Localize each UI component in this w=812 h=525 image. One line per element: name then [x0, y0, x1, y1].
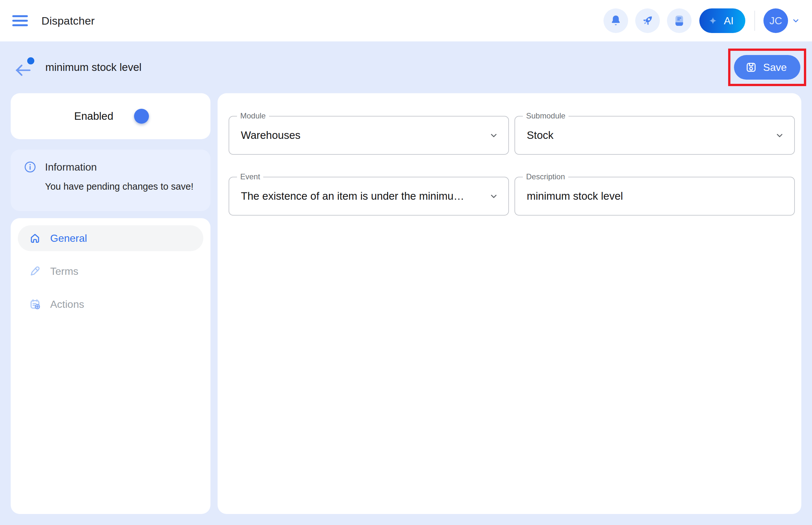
sidebar: Enabled Information You have pending cha…: [11, 93, 210, 514]
menu-icon[interactable]: [12, 15, 28, 26]
event-value: The existence of an item is under the mi…: [241, 190, 483, 202]
avatar[interactable]: JC: [764, 9, 788, 33]
sidebar-item-terms[interactable]: Terms: [18, 258, 203, 284]
sidebar-item-label: General: [50, 232, 87, 244]
navbar-divider: [754, 11, 755, 31]
floppy-save-icon: [745, 61, 757, 74]
event-label: Event: [237, 172, 263, 181]
app-title: Dispatcher: [42, 15, 95, 27]
module-label: Module: [237, 111, 269, 120]
main-panel: Module Warehouses Submodule Stock: [218, 93, 801, 514]
unsaved-changes-dot: [27, 57, 34, 64]
page-title: minimum stock level: [45, 61, 142, 74]
home-icon: [29, 232, 41, 244]
page-header: minimum stock level Save: [0, 42, 812, 93]
rocket-icon: [640, 14, 655, 28]
chevron-down-icon: [774, 130, 785, 141]
description-label: Description: [523, 172, 568, 181]
module-value: Warehouses: [241, 129, 483, 141]
sidebar-item-actions[interactable]: Actions: [18, 291, 203, 317]
section-nav: General Terms: [11, 218, 210, 514]
description-field: Description: [515, 177, 795, 215]
sidebar-item-general[interactable]: General: [18, 225, 203, 251]
book-icon: [673, 14, 686, 27]
submodule-label: Submodule: [523, 111, 569, 120]
module-select[interactable]: Module Warehouses: [228, 116, 509, 155]
save-highlight-annotation: Save: [728, 48, 806, 86]
enabled-card: Enabled: [11, 93, 210, 139]
submodule-select[interactable]: Submodule Stock: [515, 116, 795, 155]
save-button-label: Save: [763, 61, 787, 74]
ai-assistant-button[interactable]: AI: [699, 9, 745, 33]
ai-button-label: AI: [724, 15, 734, 27]
event-select[interactable]: Event The existence of an item is under …: [228, 177, 509, 215]
enabled-toggle[interactable]: [124, 111, 147, 122]
back-arrow-icon: [14, 63, 31, 77]
info-icon: [24, 161, 36, 174]
launch-button[interactable]: [635, 9, 660, 33]
top-navbar: Dispatcher: [0, 0, 812, 42]
content-area: Enabled Information You have pending cha…: [0, 93, 812, 514]
notifications-button[interactable]: [604, 9, 628, 33]
calendar-add-icon: [29, 298, 41, 311]
description-input[interactable]: [527, 190, 785, 202]
sidebar-item-label: Actions: [50, 298, 84, 311]
enabled-label: Enabled: [74, 110, 113, 122]
info-title: Information: [45, 161, 97, 173]
information-card: Information You have pending changes to …: [11, 150, 210, 211]
account-menu-chevron-down-icon[interactable]: [791, 16, 800, 25]
pencil-icon: [29, 265, 41, 278]
chevron-down-icon: [488, 191, 499, 202]
chevron-down-icon: [488, 130, 499, 141]
submodule-value: Stock: [527, 129, 769, 141]
save-button[interactable]: Save: [734, 55, 800, 80]
sidebar-item-label: Terms: [50, 266, 78, 278]
sparkle-icon: [709, 17, 717, 25]
docs-button[interactable]: [667, 9, 692, 33]
back-button[interactable]: [14, 57, 34, 77]
info-message: You have pending changes to save!: [45, 181, 197, 192]
bell-icon: [609, 14, 622, 27]
